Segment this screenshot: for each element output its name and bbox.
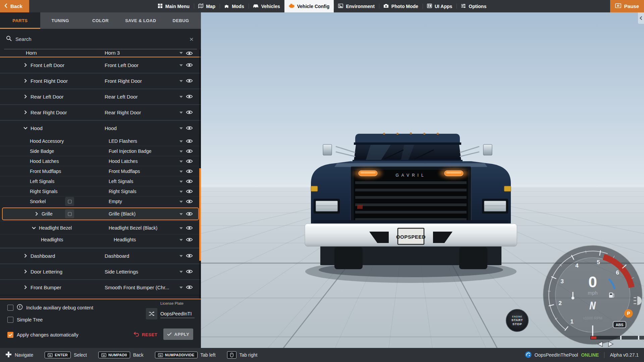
- pause-button[interactable]: Pause: [610, 0, 644, 12]
- nav-main-menu[interactable]: Main Menu: [153, 0, 194, 12]
- visibility-eye-icon[interactable]: [186, 159, 193, 164]
- part-row-grille-selected[interactable]: Grille Grille (Black): [2, 207, 199, 220]
- aux-debug-checkbox[interactable]: [7, 305, 13, 311]
- part-value-dropdown[interactable]: LED Flashers: [109, 138, 137, 144]
- part-value-dropdown[interactable]: Hood: [105, 125, 117, 131]
- nav-vehicles[interactable]: Vehicles: [249, 0, 284, 12]
- part-value-dropdown[interactable]: Hood Latches: [109, 159, 138, 164]
- part-value-dropdown[interactable]: Front Mudflaps: [109, 169, 140, 174]
- part-row-door-lettering[interactable]: Door Lettering Side Letterings: [0, 264, 201, 280]
- visibility-eye-icon[interactable]: [186, 253, 193, 258]
- visibility-eye-icon[interactable]: [186, 285, 193, 290]
- part-row-snorkel[interactable]: Snorkel Empty: [0, 196, 201, 206]
- nav-environment[interactable]: Environment: [334, 0, 379, 12]
- back-button[interactable]: Back: [0, 0, 29, 12]
- visibility-eye-icon[interactable]: [186, 212, 193, 216]
- part-row-front-bumper[interactable]: Front Bumper Smooth Front Bumper (Chr...: [0, 280, 201, 295]
- chevron-down-icon[interactable]: [23, 127, 28, 129]
- part-value-dropdown[interactable]: Horn 3: [105, 50, 120, 56]
- part-value-dropdown[interactable]: Grille (Black): [109, 211, 136, 217]
- clear-search-icon[interactable]: ×: [188, 36, 195, 43]
- part-value-dropdown[interactable]: Dashboard: [105, 253, 129, 259]
- randomize-plate-button[interactable]: [146, 308, 157, 319]
- viewport-3d[interactable]: GAVRIL: [201, 12, 644, 348]
- chevron-right-icon[interactable]: [23, 254, 28, 258]
- tab-save-load[interactable]: SAVE & LOAD: [120, 12, 161, 29]
- nav-photo-mode[interactable]: Photo Mode: [379, 0, 423, 12]
- apply-auto-checkbox[interactable]: [7, 332, 13, 338]
- simple-tree-checkbox[interactable]: [7, 317, 13, 323]
- part-row-front-left-door[interactable]: Front Left Door Front Left Door: [0, 57, 201, 73]
- visibility-eye-icon[interactable]: [186, 169, 193, 174]
- license-plate-input[interactable]: [160, 309, 195, 318]
- part-value-dropdown[interactable]: Smooth Front Bumper (Chr...: [105, 285, 169, 290]
- part-row-rear-left-door[interactable]: Rear Left Door Rear Left Door: [0, 89, 201, 105]
- scrollbar-thumb[interactable]: [199, 168, 201, 261]
- nav-ui-apps[interactable]: UI Apps: [423, 0, 457, 12]
- chevron-right-icon[interactable]: [35, 212, 39, 216]
- part-row-front-right-door[interactable]: Front Right Door Front Right Door: [0, 73, 201, 89]
- tab-color[interactable]: COLOR: [80, 12, 121, 29]
- part-value-dropdown[interactable]: Fuel Injection Badge: [109, 148, 152, 154]
- part-value-dropdown[interactable]: Front Left Door: [105, 62, 139, 68]
- part-value-dropdown[interactable]: Right Signals: [109, 189, 137, 194]
- part-value-dropdown[interactable]: Headlights: [114, 237, 136, 242]
- part-row-left-signals[interactable]: Left Signals Left Signals: [0, 176, 201, 186]
- nav-options[interactable]: Options: [457, 0, 491, 12]
- visibility-eye-icon[interactable]: [186, 237, 193, 242]
- visibility-eye-icon[interactable]: [186, 269, 193, 274]
- part-value-dropdown[interactable]: Side Letterings: [105, 269, 138, 275]
- tab-debug[interactable]: DEBUG: [161, 12, 201, 29]
- reset-button[interactable]: RESET: [133, 331, 157, 338]
- engine-start-stop-button[interactable]: ENGINE START STOP: [506, 309, 529, 332]
- tab-tuning[interactable]: TUNING: [40, 12, 80, 29]
- part-value-dropdown[interactable]: Left Signals: [109, 179, 133, 184]
- part-value-dropdown[interactable]: Empty: [109, 199, 122, 204]
- chevron-right-icon[interactable]: [23, 110, 28, 114]
- visibility-eye-icon[interactable]: [186, 110, 193, 115]
- part-row-headlights[interactable]: Headlights Headlights: [0, 235, 201, 245]
- chevron-right-icon[interactable]: [23, 79, 28, 83]
- tab-parts[interactable]: PARTS: [0, 12, 40, 29]
- visibility-eye-icon[interactable]: [186, 94, 193, 99]
- chevron-right-icon[interactable]: [23, 95, 28, 99]
- panel-scrollbar[interactable]: [199, 50, 201, 299]
- part-row-headlight-bezel[interactable]: Headlight Bezel Headlight Bezel (Black): [0, 221, 201, 235]
- part-row-hood-latches[interactable]: Hood Latches Hood Latches: [0, 156, 201, 166]
- panel-collapse-handle[interactable]: [638, 12, 644, 24]
- visibility-eye-icon[interactable]: [186, 179, 193, 184]
- visibility-eye-icon[interactable]: [186, 189, 193, 194]
- visibility-eye-icon[interactable]: [186, 78, 193, 83]
- part-action-icon[interactable]: [65, 197, 74, 206]
- part-row-horn[interactable]: Horn Horn 3: [0, 49, 201, 57]
- part-row-hood-accessory[interactable]: Hood Accessory LED Flashers: [0, 136, 201, 146]
- visibility-eye-icon[interactable]: [186, 149, 193, 154]
- visibility-eye-icon[interactable]: [186, 51, 193, 56]
- visibility-eye-icon[interactable]: [186, 63, 193, 67]
- part-value-dropdown[interactable]: Headlight Bezel (Black): [109, 225, 158, 231]
- visibility-eye-icon[interactable]: [186, 226, 193, 230]
- part-row-right-signals[interactable]: Right Signals Right Signals: [0, 186, 201, 196]
- part-row-rear-right-door[interactable]: Rear Right Door Rear Right Door: [0, 105, 201, 120]
- part-row-side-badge[interactable]: Side Badge Fuel Injection Badge: [0, 146, 201, 156]
- part-value-dropdown[interactable]: Rear Right Door: [105, 110, 141, 115]
- part-name: Front Mudflaps: [30, 169, 61, 174]
- nav-mods[interactable]: Mods: [220, 0, 249, 12]
- part-row-front-mudflaps[interactable]: Front Mudflaps Front Mudflaps: [0, 166, 201, 176]
- part-row-hood[interactable]: Hood Hood: [0, 120, 201, 136]
- chevron-down-icon[interactable]: [32, 227, 36, 229]
- search-input[interactable]: [15, 36, 184, 42]
- visibility-eye-icon[interactable]: [186, 139, 193, 143]
- part-value-dropdown[interactable]: Rear Left Door: [105, 94, 138, 100]
- nav-vehicle-config[interactable]: Vehicle Config: [284, 0, 334, 12]
- chevron-right-icon[interactable]: [23, 269, 28, 274]
- chevron-right-icon[interactable]: [23, 285, 28, 289]
- part-row-dashboard[interactable]: Dashboard Dashboard: [0, 248, 201, 264]
- nav-map[interactable]: Map: [194, 0, 220, 12]
- part-action-icon[interactable]: [65, 209, 74, 219]
- visibility-eye-icon[interactable]: [186, 199, 193, 204]
- part-value-dropdown[interactable]: Front Right Door: [105, 78, 142, 84]
- apply-button[interactable]: APPLY: [163, 328, 193, 340]
- visibility-eye-icon[interactable]: [186, 126, 193, 130]
- chevron-right-icon[interactable]: [23, 63, 28, 67]
